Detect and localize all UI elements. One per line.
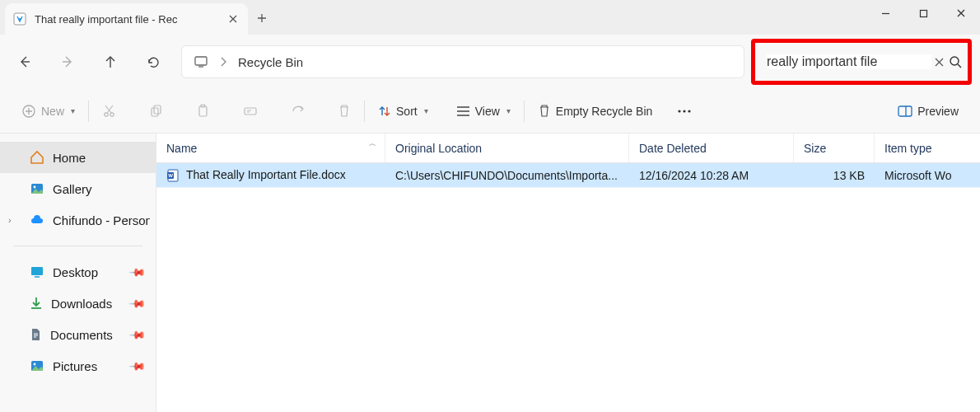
sidebar-label: Desktop: [53, 265, 98, 279]
home-icon: [30, 150, 44, 165]
column-name[interactable]: Name︿: [156, 133, 385, 162]
sidebar-item-documents[interactable]: Documents 📌: [0, 319, 156, 350]
gallery-icon: [30, 181, 44, 196]
search-input[interactable]: [767, 54, 931, 69]
svg-point-1: [19, 18, 21, 20]
search-box-highlighted: [751, 39, 972, 85]
column-size[interactable]: Size: [794, 133, 875, 162]
window-tab[interactable]: That really important file - Rec: [5, 3, 248, 35]
sidebar-item-onedrive[interactable]: › Chifundo - Personal: [0, 204, 156, 236]
more-button[interactable]: [670, 96, 698, 126]
cut-button[interactable]: [96, 96, 123, 126]
sort-indicator-icon: ︿: [369, 138, 376, 149]
column-location[interactable]: Original Location: [385, 133, 629, 162]
pin-icon: 📌: [128, 263, 147, 281]
new-tab-button[interactable]: [248, 4, 276, 32]
file-name-cell: W That Really Important File.docx: [156, 168, 385, 182]
search-icon[interactable]: [947, 55, 963, 68]
column-item-type[interactable]: Item type: [875, 133, 980, 162]
address-text[interactable]: Recycle Bin: [238, 55, 303, 69]
paste-button[interactable]: [189, 96, 217, 126]
column-date-deleted[interactable]: Date Deleted: [629, 133, 794, 162]
sidebar-item-downloads[interactable]: Downloads 📌: [0, 288, 156, 319]
chevron-down-icon: ▾: [506, 106, 511, 115]
chevron-right-icon[interactable]: [220, 57, 226, 67]
forward-button[interactable]: [46, 40, 89, 83]
pin-icon: 📌: [128, 325, 147, 344]
preview-label: Preview: [917, 105, 959, 118]
sidebar-item-home[interactable]: Home: [0, 142, 156, 173]
chevron-down-icon: ▾: [424, 106, 428, 115]
svg-text:W: W: [168, 173, 173, 178]
svg-point-4: [950, 57, 959, 65]
sidebar-item-gallery[interactable]: Gallery: [0, 173, 156, 204]
tab-title: That really important file - Rec: [35, 13, 218, 26]
sort-label: Sort: [396, 105, 418, 118]
svg-point-13: [679, 110, 681, 112]
delete-button[interactable]: [331, 96, 357, 126]
sidebar-resize-handle[interactable]: [153, 133, 158, 412]
navigation-pane: Home Gallery › Chifundo - Personal Deskt…: [0, 133, 156, 412]
sidebar-label: Documents: [50, 328, 113, 342]
view-label: View: [475, 105, 500, 118]
share-button[interactable]: [284, 96, 311, 126]
svg-point-15: [688, 110, 691, 112]
new-label: New: [41, 105, 64, 118]
file-row[interactable]: W That Really Important File.docx C:\Use…: [156, 163, 980, 188]
rename-button[interactable]: [236, 96, 264, 126]
pictures-icon: [30, 358, 44, 373]
up-button[interactable]: [89, 40, 132, 83]
title-bar: That really important file - Rec: [0, 0, 980, 35]
file-list: Name︿ Original Location Date Deleted Siz…: [156, 133, 980, 412]
sort-button[interactable]: Sort ▾: [371, 96, 435, 126]
copy-button[interactable]: [142, 96, 170, 126]
preview-pane-button[interactable]: Preview: [891, 96, 965, 126]
sidebar-item-pictures[interactable]: Pictures 📌: [0, 350, 156, 382]
back-button[interactable]: [3, 40, 46, 83]
pin-icon: 📌: [128, 294, 147, 312]
new-button[interactable]: New ▾: [15, 96, 82, 126]
column-headers: Name︿ Original Location Date Deleted Siz…: [156, 133, 980, 163]
sidebar-label: Chifundo - Personal: [53, 213, 150, 227]
main-area: Home Gallery › Chifundo - Personal Deskt…: [0, 133, 980, 412]
refresh-button[interactable]: [132, 40, 175, 83]
cloud-icon: [30, 214, 44, 226]
chevron-down-icon: ▾: [71, 106, 75, 115]
sidebar-item-desktop[interactable]: Desktop 📌: [0, 256, 156, 288]
svg-point-21: [34, 363, 36, 366]
clear-search-icon[interactable]: [931, 58, 947, 67]
address-bar[interactable]: Recycle Bin: [181, 45, 744, 78]
sidebar-label: Downloads: [51, 297, 112, 311]
svg-point-14: [684, 110, 686, 112]
svg-rect-9: [154, 105, 161, 114]
monitor-icon: [194, 54, 208, 69]
word-doc-icon: W: [166, 169, 180, 182]
download-icon: [30, 296, 43, 311]
svg-rect-2: [920, 10, 926, 16]
document-icon: [30, 327, 42, 342]
minimize-button[interactable]: [866, 0, 904, 26]
file-date-cell: 12/16/2024 10:28 AM: [629, 169, 794, 182]
maximize-button[interactable]: [904, 0, 942, 26]
svg-rect-12: [245, 108, 256, 115]
empty-label: Empty Recycle Bin: [556, 105, 652, 118]
svg-point-6: [105, 113, 108, 116]
sidebar-label: Gallery: [53, 182, 92, 196]
svg-point-18: [34, 186, 36, 189]
navigation-bar: Recycle Bin: [0, 35, 980, 89]
empty-recycle-bin-button[interactable]: Empty Recycle Bin: [531, 96, 659, 126]
close-window-button[interactable]: [942, 0, 980, 26]
svg-point-7: [110, 113, 114, 116]
svg-rect-19: [31, 267, 43, 275]
view-button[interactable]: View ▾: [450, 96, 517, 126]
file-size-cell: 13 KB: [794, 169, 875, 182]
command-bar: New ▾ Sort ▾ View ▾ Empty Recycle Bin P: [0, 89, 980, 133]
svg-rect-10: [199, 106, 207, 116]
sidebar-label: Home: [53, 151, 86, 165]
svg-rect-8: [152, 108, 158, 116]
tab-close-icon[interactable]: [226, 12, 240, 26]
chevron-right-icon[interactable]: ›: [8, 215, 12, 225]
file-location-cell: C:\Users\CHIFUNDO\Documents\Importa...: [385, 169, 629, 182]
file-type-cell: Microsoft Wo: [875, 169, 980, 182]
desktop-icon: [30, 265, 44, 279]
